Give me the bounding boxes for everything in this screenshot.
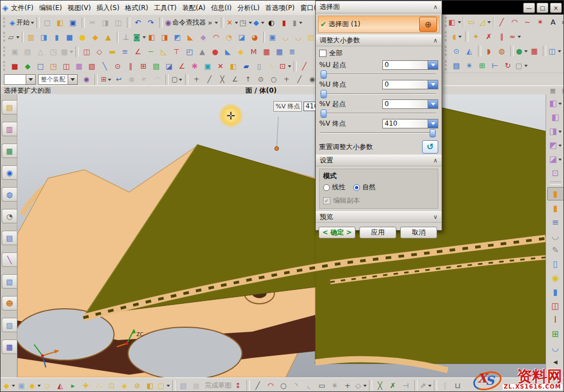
all-checkbox[interactable] xyxy=(319,50,326,57)
sketch-icon[interactable]: ▱ xyxy=(7,31,20,43)
orient-icon[interactable]: ◳ xyxy=(48,60,60,72)
plane-icon[interactable]: ◭ xyxy=(463,45,476,57)
layers-icon[interactable]: ◳ xyxy=(239,17,252,28)
cut-icon[interactable]: ✂ xyxy=(87,17,99,28)
menu-item[interactable]: 首选项(P) xyxy=(263,2,298,15)
chamfer-sketch-icon[interactable]: ◟ xyxy=(303,380,316,391)
spinner-arrow-icon[interactable] xyxy=(428,61,438,69)
spinner-arrow-icon[interactable] xyxy=(428,119,438,128)
slider-handle[interactable] xyxy=(321,70,327,79)
undo-icon[interactable]: ↶ xyxy=(132,17,145,28)
start-menu-button[interactable]: ◈开始 xyxy=(9,17,35,28)
cyan-square-icon[interactable]: ▣ xyxy=(202,60,215,72)
snap-midpoint-icon[interactable]: + xyxy=(190,74,203,85)
ejector-icon[interactable]: ▮ xyxy=(548,286,563,298)
brush-icon[interactable]: ▰ xyxy=(240,60,253,72)
menu-item[interactable]: 文件(F) xyxy=(8,2,36,15)
scales-icon[interactable]: ▲ xyxy=(196,46,209,58)
window-close-icon[interactable]: ✕ xyxy=(226,17,239,28)
grid-surface-icon[interactable]: ▦ xyxy=(528,45,541,57)
sketch-grid-icon[interactable]: ▩ xyxy=(190,380,203,391)
unite-icon[interactable]: ◧ xyxy=(146,31,159,43)
measure-angle-icon[interactable]: ◿ xyxy=(478,16,491,28)
parting-design-icon[interactable]: ▮ xyxy=(547,187,564,200)
menu-item[interactable]: 信息(I) xyxy=(208,2,235,15)
red-lines-icon[interactable]: ∥ xyxy=(125,60,138,72)
plus-square-icon[interactable]: ⊞ xyxy=(138,60,150,72)
balls-icon[interactable]: ∴ xyxy=(266,60,279,72)
offset-curve-icon[interactable]: ◇ xyxy=(354,380,367,391)
image-icon[interactable]: ▨ xyxy=(2,318,17,332)
mold-init-icon[interactable]: ◧ xyxy=(548,97,563,109)
cancel-button[interactable]: 取消 xyxy=(400,227,437,238)
parameter-spinbox[interactable]: 0 xyxy=(382,99,438,109)
arc-icon[interactable]: ◠ xyxy=(509,16,522,28)
page-icon[interactable]: ▯ xyxy=(253,60,266,72)
menu-item[interactable]: 编辑(E) xyxy=(36,2,65,15)
collapse-arrow-icon[interactable]: ∧ xyxy=(433,37,438,44)
t-box-icon[interactable]: ⊤ xyxy=(170,46,183,58)
circle-icon[interactable]: ○ xyxy=(277,380,290,391)
templates-icon[interactable]: ▦ xyxy=(2,340,17,354)
open-file-icon[interactable]: ◧ xyxy=(54,17,67,28)
exploded-view-icon[interactable]: ⊡ xyxy=(106,380,119,391)
dialog-section-select-face[interactable]: 选择面 ∧ xyxy=(316,1,442,13)
studio-surface-icon[interactable]: ◫ xyxy=(548,45,561,57)
mirror-assembly-icon[interactable]: ◭ xyxy=(54,380,67,391)
spinner-arrow-icon[interactable] xyxy=(428,80,438,89)
part-red-icon[interactable]: ▮ xyxy=(278,17,291,28)
polygon-icon[interactable]: ✳ xyxy=(329,380,342,391)
wheel-icon[interactable]: ◉ xyxy=(548,272,563,284)
view-op-4-icon[interactable]: ◳ xyxy=(48,46,60,58)
finder-icon[interactable]: ◉ xyxy=(80,74,93,85)
mold-tools-icon[interactable]: ⊡ xyxy=(548,167,563,179)
offset-icon[interactable]: ◕ xyxy=(249,31,262,43)
pattern-icon[interactable]: ▤ xyxy=(451,60,463,71)
rollback-icon[interactable]: ↩ xyxy=(112,74,125,85)
menu-item[interactable]: 分析(L) xyxy=(234,2,262,15)
sphere-icon[interactable]: ● xyxy=(77,31,89,43)
wcs-icon[interactable]: □ xyxy=(35,60,48,72)
constraint-icon[interactable]: ∥ xyxy=(439,380,452,391)
cylinder-icon[interactable]: ▮ xyxy=(51,31,64,43)
scene-icon[interactable]: ▧ xyxy=(2,274,17,289)
mold-workpiece-icon[interactable]: ◩ xyxy=(548,139,563,151)
pie-icon[interactable]: ● xyxy=(209,46,222,58)
mode-option[interactable]: 线性 xyxy=(323,183,345,192)
snap-center-icon[interactable]: ⊙ xyxy=(254,74,267,85)
grab-icon[interactable]: ☛ xyxy=(138,74,151,85)
measure-box-icon[interactable]: ◫ xyxy=(80,46,93,58)
k-angle-icon[interactable]: ∠ xyxy=(176,60,189,72)
parting-curve-icon[interactable]: ◡ xyxy=(548,230,563,242)
view-op-5-icon[interactable]: ▩ xyxy=(60,46,74,58)
deviation-icon[interactable]: ◇ xyxy=(93,46,106,58)
view-op-3-icon[interactable]: △ xyxy=(35,46,48,58)
calculator-icon[interactable]: ▦ xyxy=(260,46,273,58)
subtract-icon[interactable]: ◨ xyxy=(159,31,172,43)
wave-link-icon[interactable]: ▸ xyxy=(67,380,80,391)
overflow-chevron[interactable]: » xyxy=(560,16,564,28)
preview-section[interactable]: 预览 ∨ xyxy=(316,211,442,223)
blend-icon[interactable]: ◠ xyxy=(210,31,223,43)
trim-body-icon[interactable]: ◪ xyxy=(236,31,249,43)
lines-icon[interactable]: ≣ xyxy=(286,46,299,58)
copy-icon[interactable]: ◨ xyxy=(99,17,112,28)
profile-arc-icon[interactable]: ◠ xyxy=(264,380,277,391)
parameter-spinbox[interactable]: 0 xyxy=(382,60,438,70)
chamfer-icon[interactable]: ◆ xyxy=(197,31,210,43)
list-icon[interactable]: ≡ xyxy=(119,46,132,58)
minimize-button[interactable]: — xyxy=(523,3,535,13)
selection-filter-dropdown[interactable] xyxy=(4,74,36,85)
assembly-navigator-icon[interactable]: ▤ xyxy=(2,100,17,114)
sequence-icon[interactable]: ◈ xyxy=(119,380,131,391)
spinner-arrow-icon[interactable] xyxy=(428,100,438,108)
grid-pattern-icon[interactable]: ⊞ xyxy=(476,60,489,71)
clearance-icon[interactable]: ⊘ xyxy=(131,380,144,391)
wand-icon[interactable]: ╲ xyxy=(2,252,17,267)
sketch-line-icon[interactable]: ╱ xyxy=(298,60,311,72)
info-icon[interactable]: ◉ xyxy=(2,165,17,180)
view-cube-icon[interactable]: ◆ xyxy=(253,17,266,28)
curve-x-icon[interactable]: ✗ xyxy=(483,31,496,42)
part-gray-icon[interactable]: ▮ xyxy=(291,17,304,28)
sketch-task-icon[interactable]: ▧ xyxy=(177,380,190,391)
